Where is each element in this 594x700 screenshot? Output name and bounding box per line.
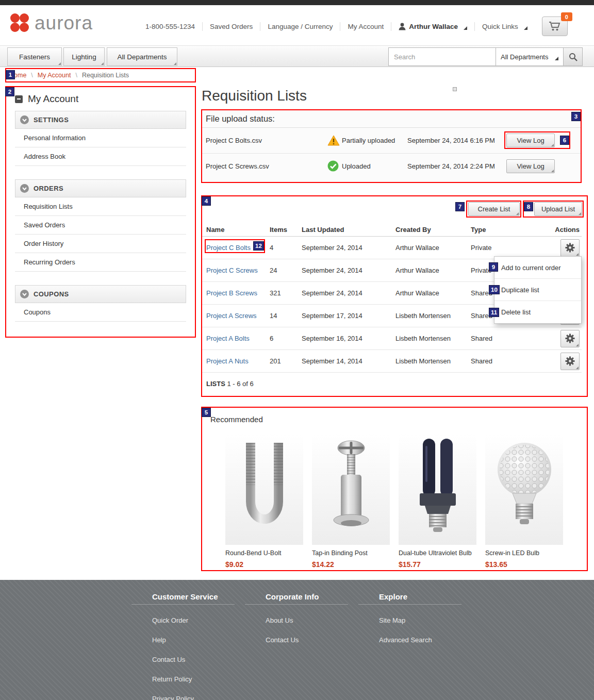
sidebar-item-personal-information[interactable]: Personal Information [15, 129, 186, 147]
menu-delete-list[interactable]: Delete list [494, 301, 581, 323]
upload-file-name: Project C Screws.csv [206, 162, 327, 170]
footer-heading: Corporate Info [245, 589, 348, 605]
view-log-button[interactable]: View Log [506, 159, 555, 173]
footer-link-about-us[interactable]: About Us [266, 616, 348, 624]
list-name-link[interactable]: Project B Screws [206, 289, 270, 297]
user-menu[interactable]: Arthur Wallace [391, 23, 474, 30]
footer-link-site-map[interactable]: Site Map [379, 616, 461, 624]
logo-text: aurora [35, 13, 93, 32]
sidebar-item-address-book[interactable]: Address Book [15, 147, 186, 166]
aurora-flower-icon [9, 12, 30, 33]
product-price: $9.02 [225, 560, 303, 569]
list-actions-menu: Add to current order Duplicate list Dele… [494, 256, 582, 324]
chevron-down-circle-icon [20, 290, 29, 298]
upload-status-text: Partially uploaded [342, 137, 407, 144]
search-input[interactable] [388, 47, 496, 66]
breadcrumb-home[interactable]: Home [9, 72, 26, 79]
search-scope-dropdown[interactable]: All Departments [496, 47, 564, 66]
footer-link-privacy-policy[interactable]: Privacy Policy [152, 695, 235, 700]
row-actions-button[interactable] [560, 239, 580, 257]
product-name[interactable]: Tap-in Binding Post [312, 549, 390, 557]
account-sidebar: My Account SETTINGS Personal Information… [5, 86, 196, 322]
breadcrumb-my-account[interactable]: My Account [38, 72, 71, 79]
row-actions-button[interactable] [560, 330, 580, 347]
footer-heading: Explore [358, 589, 461, 605]
footer-link-quick-order[interactable]: Quick Order [152, 616, 235, 624]
list-name-link[interactable]: Project C Screws [206, 266, 270, 274]
sidebar-section-coupons: COUPONS Coupons [15, 285, 186, 322]
list-name-link[interactable]: Project A Screws [206, 312, 270, 320]
quick-links-menu[interactable]: Quick Links [475, 23, 535, 30]
sidebar-section-header-orders[interactable]: ORDERS [15, 179, 186, 197]
product-card: Round-Bend U-Bolt $9.02 [225, 434, 303, 569]
binding-post-illustration [320, 436, 382, 544]
nav-lighting[interactable]: Lighting [63, 47, 105, 66]
upload-list-button[interactable]: Upload List [534, 202, 582, 216]
search-scope-value: All Departments [501, 53, 548, 61]
product-name[interactable]: Screw-in LED Bulb [485, 549, 563, 557]
cart-button[interactable]: 0 [542, 16, 568, 36]
product-name[interactable]: Round-Bend U-Bolt [225, 549, 303, 557]
sidebar-item-order-history[interactable]: Order History [15, 235, 186, 253]
list-name-link[interactable]: Project C Bolts [206, 244, 270, 252]
cart-count-badge: 0 [561, 12, 572, 21]
cell-updated: September 24, 2014 [302, 289, 395, 297]
menu-add-to-current-order[interactable]: Add to current order [494, 257, 581, 279]
section-label: COUPONS [34, 290, 69, 298]
product-image-uv-bulb[interactable] [399, 434, 476, 545]
menu-duplicate-list[interactable]: Duplicate list [494, 279, 581, 301]
sidebar-item-requisition-lists[interactable]: Requisition Lists [15, 197, 186, 216]
product-image-u-bolt[interactable] [225, 434, 303, 545]
chevron-down-circle-icon [20, 115, 29, 124]
product-image-led-bulb[interactable] [485, 434, 563, 545]
cell-updated: September 24, 2014 [302, 266, 395, 274]
cell-items: 24 [270, 266, 302, 274]
department-navbar: Fasteners Lighting All Departments All D… [0, 45, 594, 67]
cell-updated: September 16, 2014 [302, 335, 395, 342]
nav-fasteners[interactable]: Fasteners [7, 47, 62, 66]
list-name-link[interactable]: Project A Nuts [206, 357, 270, 365]
gear-icon [565, 334, 575, 343]
footer-link-contact-us[interactable]: Contact Us [152, 656, 235, 663]
search-button[interactable] [564, 47, 583, 66]
lists-pagination: LISTS 1 - 6 of 6 [206, 380, 254, 388]
section-label: ORDERS [34, 185, 63, 192]
product-price: $14.22 [312, 560, 390, 569]
table-row: Project A Nuts 201 September 14, 2014 Li… [201, 350, 582, 373]
aurora-logo[interactable]: aurora [9, 12, 93, 33]
view-log-button[interactable]: View Log [506, 134, 555, 147]
collapse-icon[interactable] [15, 95, 23, 103]
cell-items: 321 [270, 289, 302, 297]
create-list-button[interactable]: Create List [468, 202, 520, 216]
language-currency-link[interactable]: Language / Currency [260, 23, 340, 30]
upload-status-text: Uploaded [342, 162, 407, 170]
footer-link-help[interactable]: Help [152, 636, 235, 644]
phone-number: 1-800-555-1234 [138, 23, 202, 30]
list-name-link[interactable]: Project A Bolts [206, 335, 270, 342]
chevron-down-icon [464, 26, 467, 30]
footer-link-contact-us[interactable]: Contact Us [266, 636, 348, 644]
sidebar-item-saved-orders[interactable]: Saved Orders [15, 216, 186, 235]
product-image-binding-post[interactable] [312, 434, 390, 545]
row-actions-button[interactable] [560, 353, 580, 370]
sidebar-section-orders: ORDERS Requisition Lists Saved Orders Or… [15, 179, 186, 272]
sidebar-item-recurring-orders[interactable]: Recurring Orders [15, 253, 186, 272]
my-account-link[interactable]: My Account [340, 23, 391, 30]
sidebar-item-coupons[interactable]: Coupons [15, 303, 186, 322]
user-name: Arthur Wallace [409, 23, 458, 30]
saved-orders-link[interactable]: Saved Orders [203, 23, 260, 30]
top-strip [0, 0, 594, 5]
nav-all-departments[interactable]: All Departments [107, 47, 177, 66]
cell-items: 4 [270, 244, 302, 252]
requisition-lists-panel: Create List Upload List Name Items Last … [201, 195, 588, 397]
footer-link-advanced-search[interactable]: Advanced Search [379, 636, 461, 644]
search-bar: All Departments [388, 47, 583, 66]
footer-link-return-policy[interactable]: Return Policy [152, 675, 235, 683]
sidebar-section-header-settings[interactable]: SETTINGS [15, 111, 186, 129]
sidebar-section-header-coupons[interactable]: COUPONS [15, 285, 186, 303]
cell-created-by: Lisbeth Mortensen [395, 335, 471, 342]
product-name[interactable]: Dual-tube Ultraviolet Bulb [399, 549, 476, 557]
page-title: Requisition Lists [202, 88, 307, 104]
footer-heading: Customer Service [131, 589, 235, 605]
table-header-row: Name Items Last Updated Created By Type … [201, 223, 582, 237]
